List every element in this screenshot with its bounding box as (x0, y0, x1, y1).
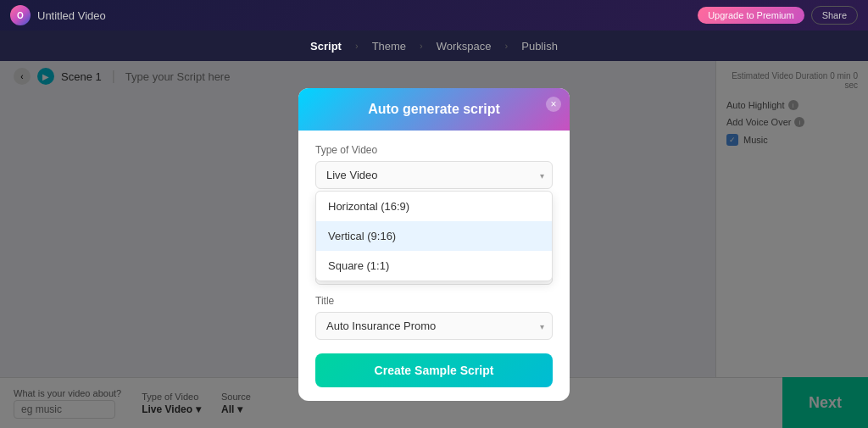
tab-publish[interactable]: Publish (511, 35, 568, 58)
modal-title: Auto generate script (368, 102, 500, 116)
nav-arrow-2: › (420, 41, 423, 51)
modal-type-of-video-group: Type of Video Live Video ▾ Horizontal (1… (315, 144, 553, 189)
modal-title-wrapper: Auto Insurance Promo ▾ (315, 312, 553, 340)
modal-type-of-video-wrapper: Live Video ▾ Horizontal (16:9) Vertical … (315, 161, 553, 189)
upgrade-button[interactable]: Upgrade to Premium (698, 7, 804, 24)
nav-tabs: Script › Theme › Workspace › Publish (0, 31, 868, 61)
modal-close-button[interactable]: × (546, 97, 561, 112)
modal-body: Type of Video Live Video ▾ Horizontal (1… (298, 131, 570, 401)
app-title: Untitled Video (37, 9, 106, 22)
topbar-right: Upgrade to Premium Share (698, 6, 858, 25)
modal-title-label: Title (315, 295, 553, 307)
modal-type-of-video-select[interactable]: Live Video (315, 161, 553, 189)
dropdown-item-vertical[interactable]: Vertical (9:16) (316, 221, 552, 251)
orientation-dropdown: Horizontal (16:9) Vertical (9:16) Square… (315, 191, 553, 281)
modal-type-of-video-label: Type of Video (315, 144, 553, 156)
topbar-left: O Untitled Video (10, 5, 106, 25)
tab-theme[interactable]: Theme (362, 35, 416, 58)
modal-overlay: Auto generate script × Type of Video Liv… (0, 61, 868, 428)
create-sample-script-button[interactable]: Create Sample Script (315, 353, 553, 387)
modal-title-select[interactable]: Auto Insurance Promo (315, 312, 553, 340)
modal-title-group: Title Auto Insurance Promo ▾ (315, 295, 553, 340)
tab-workspace[interactable]: Workspace (426, 35, 502, 58)
auto-generate-modal: Auto generate script × Type of Video Liv… (298, 88, 570, 401)
share-button[interactable]: Share (811, 6, 858, 25)
app-logo: O (10, 5, 31, 25)
dropdown-item-horizontal[interactable]: Horizontal (16:9) (316, 192, 552, 221)
dropdown-item-square[interactable]: Square (1:1) (316, 251, 552, 281)
topbar: O Untitled Video Upgrade to Premium Shar… (0, 0, 868, 31)
close-icon: × (550, 98, 556, 110)
main-content: ‹ ▶ Scene 1 | Estimated Video Duration 0… (0, 61, 868, 428)
modal-header: Auto generate script × (298, 88, 570, 131)
tab-script[interactable]: Script (300, 35, 352, 58)
nav-arrow-3: › (505, 41, 509, 51)
nav-arrow-1: › (355, 41, 359, 51)
